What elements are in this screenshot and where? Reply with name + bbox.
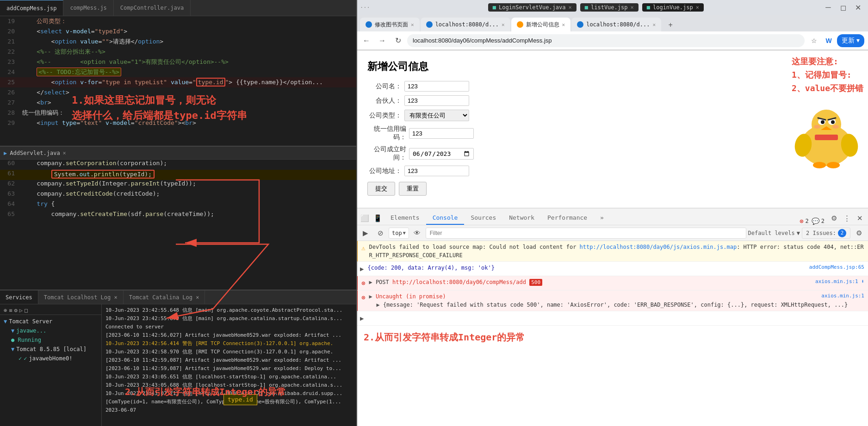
tab-services[interactable]: Services bbox=[0, 290, 38, 304]
ide-top-tabs: addCompMess.jsp compMess.js CompControll… bbox=[0, 0, 356, 16]
duck-character bbox=[789, 97, 863, 171]
input-address[interactable] bbox=[404, 166, 469, 176]
server-tree-item-running[interactable]: ● Running bbox=[4, 335, 98, 345]
services-icon2[interactable]: ≡ bbox=[9, 307, 12, 314]
server-tree-item-1[interactable]: ▼ Tomcat Server bbox=[4, 317, 98, 326]
devtools-console-output: ⚠ DevTools failed to load source map: Co… bbox=[356, 241, 868, 426]
svg-point-12 bbox=[832, 125, 839, 129]
editor-tab-loginvue[interactable]: ■ loginVue.jsp × bbox=[642, 3, 704, 12]
back-button[interactable]: ← bbox=[360, 34, 373, 47]
error-source-1[interactable]: axios.min.js:1 ⬇ bbox=[815, 278, 864, 286]
error-source-2[interactable]: axios.min.js:1 bbox=[821, 292, 864, 300]
submit-button[interactable]: 提交 bbox=[367, 182, 395, 196]
services-icon3[interactable]: ⚙ bbox=[14, 307, 17, 314]
window-minimize[interactable]: ─ bbox=[822, 1, 835, 14]
code-line-62: 62 company.setTypeId(Integer.parseInt(ty… bbox=[0, 180, 356, 190]
devtools-settings-icon[interactable]: ⚙ bbox=[827, 212, 840, 225]
error-count: ⊗ 2 bbox=[800, 217, 809, 225]
browser-tab-1[interactable]: localhost:8080/d... ✕ bbox=[421, 18, 510, 31]
svg-rect-13 bbox=[815, 135, 838, 140]
tab-other2[interactable]: CompController.java bbox=[114, 0, 191, 16]
window-close[interactable]: ✕ bbox=[851, 1, 864, 14]
error-icon-2: ⊗ bbox=[361, 293, 365, 303]
browser-tab-3[interactable]: localhost:8080/d... ✕ bbox=[571, 18, 661, 31]
console-line-warn: ⚠ DevTools failed to load source map: Co… bbox=[356, 241, 868, 262]
issues-badge[interactable]: 2 Issues: 2 bbox=[802, 228, 850, 239]
bottom-tabs: Services Tomcat Localhost Log × Tomcat C… bbox=[0, 290, 356, 304]
editor-tab-login[interactable]: ■ LoginServletVue.java × bbox=[488, 3, 577, 12]
log-line-3: [2023-06-10 11:42:56,027] Artifact javaw… bbox=[105, 331, 353, 340]
info-source[interactable]: addCompMess.jsp:65 bbox=[809, 264, 864, 272]
bookmark-icon[interactable]: ☆ bbox=[807, 34, 820, 47]
svg-point-7 bbox=[831, 120, 835, 124]
tab-tomcat-log[interactable]: Tomcat Localhost Log × bbox=[38, 290, 124, 304]
input-companyname[interactable] bbox=[404, 81, 469, 92]
browser-tab-2[interactable]: 新增公司信息 ✕ bbox=[511, 18, 571, 31]
window-restore[interactable]: ◻ bbox=[837, 1, 849, 14]
top-selector[interactable]: top ▼ bbox=[389, 228, 409, 239]
expand-icon-1[interactable]: ▶ bbox=[360, 264, 364, 274]
services-icon1[interactable]: ⊕ bbox=[4, 307, 7, 314]
new-tab-button[interactable]: + bbox=[664, 19, 677, 31]
code-area-mid: 60 company.setCorporation(corporation); … bbox=[0, 160, 356, 252]
tab-other1[interactable]: compMess.js bbox=[63, 0, 113, 16]
server-tree-item-tomcat[interactable]: ▼ Tomcat 8.5.85 [local] bbox=[4, 345, 98, 354]
close-tab-3[interactable]: ✕ bbox=[652, 22, 656, 28]
console-stop-icon[interactable]: ⊘ bbox=[374, 227, 387, 240]
devtools-tab-elements[interactable]: Elements bbox=[384, 211, 426, 225]
mid-tab-label[interactable]: AddServlet.java bbox=[10, 150, 60, 156]
expand-icon-2[interactable]: ▶ bbox=[369, 279, 372, 285]
error-link-1[interactable]: http://localhost:8080/day06/compMess/add bbox=[392, 279, 526, 285]
select-type[interactable]: 有限责任公司 股份有限公司 bbox=[404, 110, 469, 121]
bottom-panel: Services Tomcat Localhost Log × Tomcat C… bbox=[0, 290, 356, 426]
code-line-65: 65 company.setCreateTime(sdf.parse(creat… bbox=[0, 210, 356, 221]
input-createtime[interactable] bbox=[409, 148, 474, 160]
profile-icon[interactable]: W bbox=[822, 34, 835, 47]
devtools-close-icon[interactable]: ✕ bbox=[853, 212, 866, 225]
close-tab-0[interactable]: ✕ bbox=[411, 22, 414, 28]
close-tab-2[interactable]: ✕ bbox=[562, 22, 565, 28]
devtools-tab-performance[interactable]: Performance bbox=[541, 211, 594, 225]
devtools-tab-sources[interactable]: Sources bbox=[464, 211, 502, 225]
fav-icon-2 bbox=[517, 21, 523, 28]
default-levels-selector[interactable]: Default levels ▼ bbox=[748, 230, 800, 236]
console-settings-icon[interactable]: ⚙ bbox=[852, 227, 865, 240]
server-tree-item-app[interactable]: ✓ ✓ javawebHome0! bbox=[4, 354, 98, 363]
tab-addcompmess[interactable]: addCompMess.jsp bbox=[0, 0, 63, 16]
form-row-partner: 合伙人： bbox=[367, 95, 857, 106]
forward-button[interactable]: → bbox=[376, 34, 389, 47]
browser-tab-0[interactable]: 修改图书页面 ✕ bbox=[360, 18, 420, 31]
editor-tab-listvue[interactable]: ■ listVue.jsp × bbox=[580, 3, 639, 12]
input-partner[interactable] bbox=[404, 95, 469, 106]
tab-catalina-log[interactable]: Tomcat Catalina Log × bbox=[124, 290, 205, 304]
server-tree-item-2[interactable]: ▼ javawe... bbox=[4, 326, 98, 335]
services-icon4[interactable]: ▷ bbox=[19, 307, 23, 314]
refresh-button[interactable]: ↻ bbox=[391, 34, 404, 47]
warn-link[interactable]: http://localhost:8080/day06/js/axios.min… bbox=[580, 244, 737, 250]
address-input[interactable] bbox=[407, 34, 805, 47]
devtools-tab-console[interactable]: Console bbox=[426, 211, 465, 225]
eye-icon[interactable]: 👁 bbox=[411, 227, 424, 240]
browser-addr-bar: ← → ↻ ☆ W 更新 ▾ bbox=[356, 31, 868, 50]
console-filter-input[interactable] bbox=[426, 228, 746, 239]
devtools-more-icon[interactable]: ⋮ bbox=[840, 212, 853, 225]
error-text-2: ▶ Uncaught (in promise) axios.min.js:1 ▶… bbox=[369, 292, 864, 309]
form-buttons: 提交 重置 bbox=[367, 182, 857, 196]
devtools-tab-more[interactable]: » bbox=[594, 211, 610, 225]
expand-icon-4[interactable]: ▶ bbox=[376, 302, 379, 308]
close-tab-1[interactable]: ✕ bbox=[502, 22, 505, 28]
expand-icon-3[interactable]: ▶ bbox=[369, 293, 372, 300]
console-run-icon[interactable]: ▶ bbox=[359, 227, 372, 240]
label-createtime: 公司成立时间： bbox=[367, 145, 409, 162]
reset-button[interactable]: 重置 bbox=[399, 182, 427, 196]
warn-text: DevTools failed to load source map: Coul… bbox=[369, 243, 864, 259]
expand-icon-5[interactable]: ▶ bbox=[360, 314, 364, 323]
devtools-inspect-icon[interactable]: ⬜ bbox=[358, 212, 371, 225]
update-button[interactable]: 更新 ▾ bbox=[837, 34, 864, 47]
services-icon5[interactable]: □ bbox=[25, 307, 28, 314]
input-creditcode[interactable] bbox=[409, 128, 474, 139]
devtools-tab-network[interactable]: Network bbox=[502, 211, 541, 225]
ide-panel: addCompMess.jsp compMess.js CompControll… bbox=[0, 0, 356, 426]
devtools-device-icon[interactable]: 📱 bbox=[371, 212, 384, 225]
form-row-address: 公司地址： bbox=[367, 166, 857, 176]
